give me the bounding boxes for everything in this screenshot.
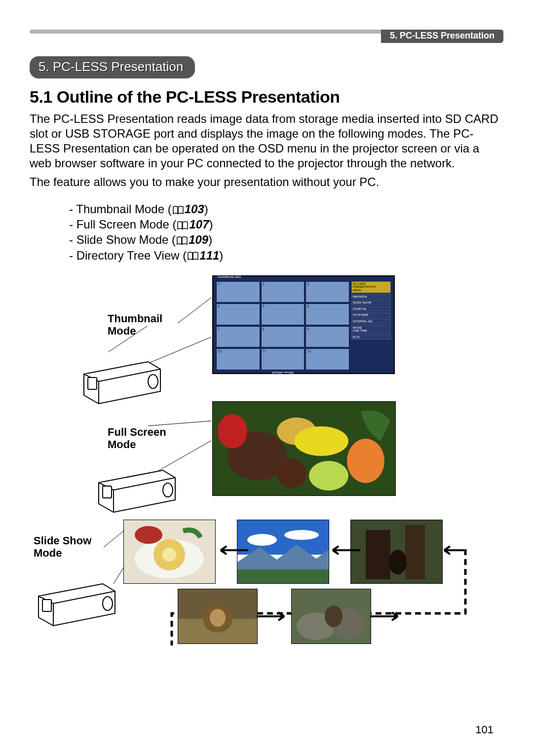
- mode-label: Directory Tree View: [76, 249, 180, 262]
- svg-point-10: [309, 461, 348, 491]
- thumb-cell: 8: [261, 326, 305, 348]
- thumb-cell: 1: [216, 281, 260, 303]
- document-page: 5. PC-LESS Presentation 5. PC-LESS Prese…: [0, 0, 533, 756]
- header-breadcrumb: 5. PC-LESS Presentation: [381, 30, 503, 43]
- osd-item: MODE ONE TIME: [351, 325, 391, 334]
- thumb-cell: 7: [216, 326, 260, 348]
- thumb-cell: 6: [305, 303, 349, 325]
- thumb-cell: 3: [305, 281, 349, 303]
- arrow-right-icon: [370, 611, 405, 621]
- osd-item: STOP #999: [351, 312, 391, 318]
- mode-label: Slide Show Mode: [76, 233, 169, 246]
- mode-diagram: Thumbnail Mode Full Screen Mode Slide Sh…: [30, 273, 503, 687]
- mode-item-slideshow: - Slide Show Mode (109): [69, 232, 503, 247]
- intro-paragraph-2: The feature allows you to make your pres…: [30, 175, 503, 189]
- mode-item-thumbnail: - Thumbnail Mode (103): [69, 201, 503, 217]
- book-icon: [177, 221, 188, 230]
- thumbnail-osd-screen: 1 2 3 4 5 6 7 8 9 10 11 12 PC-LESS PRESE…: [212, 275, 395, 374]
- svg-point-4: [103, 597, 113, 610]
- osd-item: START #1: [351, 306, 391, 312]
- fullscreen-sample-image: [212, 401, 396, 496]
- osd-item: SLIDE SHOW: [351, 300, 391, 305]
- thumbnail-grid: 1 2 3 4 5 6 7 8 9 10 11 12: [216, 281, 349, 370]
- arrow-right-icon: [257, 611, 291, 621]
- page-ref: 103: [185, 202, 204, 216]
- book-icon: [188, 252, 198, 261]
- osd-item: PLAY: [351, 335, 391, 340]
- osd-item: REFRESH: [351, 294, 391, 300]
- thumb-cell: 11: [261, 348, 305, 370]
- page-ref: 107: [189, 218, 209, 231]
- mode-label: Thumbnail Mode: [76, 202, 164, 216]
- projector-icon: [94, 455, 178, 515]
- mode-item-directory: - Directory Tree View (111): [69, 248, 503, 263]
- svg-rect-3: [103, 486, 112, 498]
- projector-icon: [34, 569, 117, 628]
- mode-item-fullscreen: - Full Screen Mode (107): [69, 217, 503, 232]
- thumb-cell: 9: [305, 326, 349, 348]
- svg-point-11: [347, 439, 384, 483]
- osd-footer: ENTER ⟶YES: [272, 371, 294, 374]
- section-heading: 5.1 Outline of the PC-LESS Presentation: [30, 87, 503, 107]
- thumb-cell: 12: [305, 348, 349, 370]
- svg-point-21: [284, 530, 319, 540]
- svg-point-34: [325, 605, 343, 627]
- svg-rect-1: [88, 378, 97, 389]
- svg-point-13: [277, 458, 306, 488]
- book-icon: [173, 206, 184, 215]
- section-title-pill: 5. PC-LESS Presentation: [30, 56, 195, 78]
- svg-point-18: [135, 526, 162, 544]
- svg-point-12: [294, 426, 348, 456]
- svg-rect-5: [42, 600, 51, 611]
- page-ref: 109: [189, 233, 208, 246]
- svg-point-8: [218, 414, 247, 449]
- osd-title: THUMBNAIL [SD]: [217, 275, 241, 278]
- osd-item: INTERVAL 10s: [351, 319, 391, 324]
- osd-side-menu: PC-LESS PRESENTATION MENU REFRESH SLIDE …: [351, 281, 391, 370]
- book-icon: [177, 236, 188, 245]
- page-number: 101: [475, 723, 494, 736]
- thumb-cell: 10: [216, 348, 260, 370]
- svg-point-2: [163, 483, 173, 497]
- svg-point-0: [148, 375, 158, 388]
- thumb-cell: 5: [261, 303, 305, 325]
- thumb-cell: 2: [261, 281, 305, 303]
- intro-paragraph-1: The PC-LESS Presentation reads image dat…: [30, 112, 503, 171]
- slideshow-image-rocks: [291, 589, 371, 644]
- slideshow-image-lion: [178, 589, 258, 644]
- page-ref: 111: [199, 249, 219, 262]
- diagram-label-thumbnail: Thumbnail Mode: [108, 312, 162, 338]
- diagram-label-slideshow: Slide Show Mode: [34, 534, 91, 560]
- projector-icon: [79, 347, 163, 406]
- mode-label: Full Screen Mode: [76, 218, 169, 231]
- diagram-label-fullscreen: Full Screen Mode: [108, 426, 166, 451]
- osd-item: PC-LESS PRESENTATION MENU: [351, 281, 391, 293]
- page-header: 5. PC-LESS Presentation: [30, 30, 503, 41]
- mode-list: - Thumbnail Mode (103) - Full Screen Mod…: [69, 201, 503, 263]
- svg-point-20: [247, 534, 277, 546]
- thumb-cell: 4: [216, 303, 260, 325]
- svg-point-30: [210, 609, 226, 627]
